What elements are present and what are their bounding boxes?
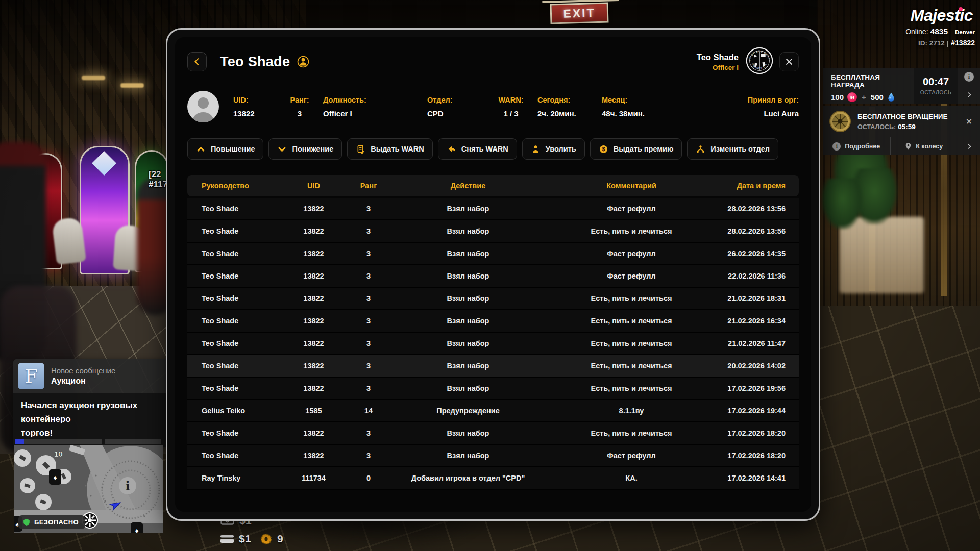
avatar xyxy=(187,91,219,122)
table-row[interactable]: Teo Shade138223Взял наборФаст рефулл26.0… xyxy=(187,243,799,265)
server-city: Denver xyxy=(955,29,975,35)
table-row[interactable]: Teo Shade138223Взял наборЕсть, пить и ле… xyxy=(187,422,799,445)
field-rank: Ранг:3 xyxy=(280,96,319,118)
user-name: Teo Shade xyxy=(697,53,739,62)
table-cell: 13822 xyxy=(282,317,346,325)
svg-text:$: $ xyxy=(602,146,605,152)
table-cell: Gelius Teiko xyxy=(187,407,282,415)
notification-kicker: Новое сообщение xyxy=(51,366,115,375)
chevron-down-icon xyxy=(277,144,287,154)
to-wheel-button[interactable]: К колесу xyxy=(890,137,958,155)
table-cell: Взял набор xyxy=(391,384,545,392)
spin-next-button[interactable] xyxy=(958,137,980,155)
table-cell: Взял набор xyxy=(391,272,545,280)
table-cell: 21.02.2026 16:34 xyxy=(718,317,799,325)
page-title: Teo Shade xyxy=(220,54,290,70)
table-cell: 3 xyxy=(346,227,391,235)
actions-log-table: Руководство UID Ранг Действие Комментари… xyxy=(187,175,799,490)
table-cell: 20.02.2026 14:02 xyxy=(718,362,799,370)
table-cell: Предупреждение xyxy=(391,407,545,415)
document-icon xyxy=(356,144,365,154)
column-header: Комментарий xyxy=(545,182,718,190)
table-row[interactable]: Ray Tinsky1117340Добавил игрока в отдел … xyxy=(187,467,799,490)
fortune-wheel-icon xyxy=(829,110,851,133)
chevron-right-icon xyxy=(966,91,973,98)
free-spin-panel: БЕСПЛАТНОЕ ВРАЩЕНИЕ ОСТАЛОСЬ:05:59 ✕ i П… xyxy=(823,106,980,155)
table-row[interactable]: Teo Shade138223Взял наборФаст рефулл17.0… xyxy=(187,445,799,467)
reward-next-button[interactable] xyxy=(958,86,980,104)
column-header: Действие xyxy=(391,182,545,190)
table-cell: Teo Shade xyxy=(187,339,282,347)
field-department: Отдел:CPD xyxy=(427,96,484,118)
back-button[interactable] xyxy=(187,52,207,71)
change-department-button[interactable]: Изменить отдел xyxy=(687,138,778,160)
status-bars xyxy=(15,439,161,444)
table-cell: 28.02.2026 13:56 xyxy=(718,205,799,213)
free-spin-title: БЕСПЛАТНОЕ ВРАЩЕНИЕ xyxy=(857,113,948,120)
header-user-card: Teo Shade Officer I xyxy=(697,53,739,71)
table-row[interactable]: Teo Shade138223Взял наборЕсть, пить и ле… xyxy=(187,333,799,355)
table-cell: Ray Tinsky xyxy=(187,474,282,482)
spin-close-button[interactable]: ✕ xyxy=(958,106,980,137)
table-row[interactable]: Teo Shade138223Взял наборЕсть, пить и ле… xyxy=(187,355,799,378)
dollar-coin-icon: $ xyxy=(599,144,608,154)
table-cell: 17.02.2026 19:44 xyxy=(718,407,799,415)
table-row[interactable]: Gelius Teiko158514Предупреждение8.1.1ву1… xyxy=(187,400,799,422)
chevron-right-icon xyxy=(966,143,973,150)
column-header: UID xyxy=(282,182,346,190)
table-row[interactable]: Teo Shade138223Взял наборЕсть, пить и ле… xyxy=(187,288,799,310)
auction-icon: F xyxy=(18,363,44,389)
table-cell: 13822 xyxy=(282,205,346,213)
table-cell: Teo Shade xyxy=(187,317,282,325)
svg-text:♦: ♦ xyxy=(53,473,57,482)
table-row[interactable]: Teo Shade138223Взял наборФаст рефулл22.0… xyxy=(187,265,799,288)
give-bonus-button[interactable]: $ Выдать премию xyxy=(590,138,682,160)
majestic-coin-icon: M xyxy=(847,92,857,102)
chevron-left-icon xyxy=(192,57,202,67)
table-cell: Teo Shade xyxy=(187,205,282,213)
field-uid: UID:13822 xyxy=(233,96,276,118)
remove-warn-button[interactable]: Снять WARN xyxy=(438,138,517,160)
table-cell: 13822 xyxy=(282,339,346,347)
table-cell: Взял набор xyxy=(391,452,545,460)
table-cell: 0 xyxy=(346,474,391,482)
table-row[interactable]: Teo Shade138223Взял наборФаст рефулл28.0… xyxy=(187,198,799,220)
faction-seal-icon: CITY OF LOS SANTOS FOUNDED 1781 xyxy=(746,47,773,77)
table-cell: 3 xyxy=(346,272,391,280)
column-header: Руководство xyxy=(187,182,282,190)
field-month-time: Месяц:48ч. 38мин. xyxy=(602,96,676,118)
field-today-time: Сегодня:2ч. 20мин. xyxy=(537,96,598,118)
free-reward-panel: БЕСПЛАТНАЯ НАГРАДА 100 M + 500 00:47 ОСТ… xyxy=(823,68,980,104)
table-cell: 22.02.2026 11:36 xyxy=(718,272,799,280)
reward-timer: 00:47 ОСТАЛОСЬ xyxy=(914,68,958,104)
table-cell: Teo Shade xyxy=(187,384,282,392)
table-cell: Teo Shade xyxy=(187,272,282,280)
reward-info-button[interactable]: i xyxy=(958,68,980,86)
table-cell: 3 xyxy=(346,317,391,325)
table-cell: Teo Shade xyxy=(187,362,282,370)
safe-zone-badge: БЕЗОПАСНО xyxy=(18,515,85,529)
table-cell: Teo Shade xyxy=(187,294,282,303)
online-counter: Online:4835Denver xyxy=(905,27,975,36)
action-buttons-row: Повышение Понижение Выдать WARN Снять WA… xyxy=(187,138,799,160)
fire-button[interactable]: Уволить xyxy=(522,138,585,160)
table-row[interactable]: Teo Shade138223Взял наборЕсть, пить и ле… xyxy=(187,378,799,400)
table-cell: 3 xyxy=(346,339,391,347)
promote-button[interactable]: Повышение xyxy=(187,138,263,160)
table-row[interactable]: Teo Shade138223Взял наборЕсть, пить и ле… xyxy=(187,220,799,243)
table-cell: 3 xyxy=(346,362,391,370)
details-button[interactable]: i Подробнее xyxy=(823,137,890,155)
give-warn-button[interactable]: Выдать WARN xyxy=(347,138,432,160)
demote-button[interactable]: Понижение xyxy=(268,138,342,160)
table-row[interactable]: Teo Shade138223Взял наборЕсть, пить и ле… xyxy=(187,310,799,333)
zone-number: 10 xyxy=(54,449,63,458)
close-button[interactable] xyxy=(779,52,799,71)
card-marker-icon: ♦ xyxy=(131,522,143,533)
column-header: Дата и время xyxy=(718,182,799,190)
member-info-row: UID:13822 Ранг:3 Должность:Officer I Отд… xyxy=(187,90,799,123)
water-drop-icon xyxy=(887,92,895,102)
table-cell: Взял набор xyxy=(391,339,545,347)
table-cell: 13822 xyxy=(282,362,346,370)
free-reward-amounts: 100 M + 500 xyxy=(831,92,914,102)
field-recruited-by: Принял в орг:Luci Aura xyxy=(748,96,799,118)
